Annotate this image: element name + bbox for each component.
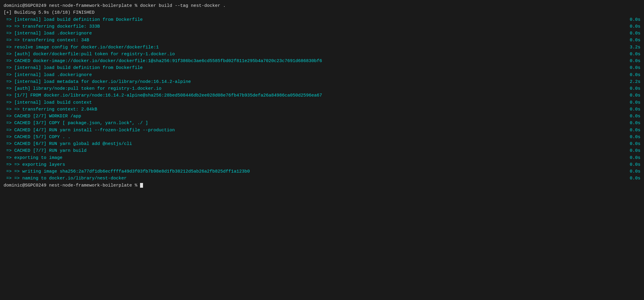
terminal-line: => [internal] load build context0.0s — [4, 99, 640, 106]
line-content: => => transferring context: 2.04kB — [4, 106, 623, 113]
line-content: => CACHED docker-image://docker.io/docke… — [4, 58, 623, 64]
terminal-line: => CACHED [3/7] COPY [ package.json, yar… — [4, 120, 640, 127]
terminal-line: => [internal] load .dockerignore0.0s — [4, 72, 640, 78]
terminal-line: => [internal] load build definition from… — [4, 64, 640, 71]
terminal-line: => [internal] load build definition from… — [4, 16, 640, 23]
terminal-line: => => transferring dockerfile: 333B0.0s — [4, 23, 640, 30]
line-content: => CACHED [7/7] RUN yarn build — [4, 147, 623, 154]
line-timing: 0.0s — [623, 127, 640, 134]
terminal-line: => => naming to docker.io/library/nest-d… — [4, 175, 640, 182]
line-timing: 0.0s — [623, 175, 640, 182]
terminal-line: => exporting to image0.0s — [4, 154, 640, 161]
line-timing: 0.0s — [623, 85, 640, 92]
line-timing: 0.0s — [623, 58, 640, 64]
line-timing: 0.0s — [623, 113, 640, 120]
line-timing: 2.2s — [623, 78, 640, 85]
terminal-line: => => exporting layers0.0s — [4, 161, 640, 168]
terminal-line: => [1/7] FROM docker.io/library/node:16.… — [4, 92, 640, 99]
line-content: => => exporting layers — [4, 161, 623, 168]
line-content: => => naming to docker.io/library/nest-d… — [4, 175, 623, 182]
line-timing: 0.0s — [623, 106, 640, 113]
line-timing: 0.0s — [623, 99, 640, 106]
line-timing: 0.0s — [623, 23, 640, 30]
line-timing: 0.0s — [623, 154, 640, 161]
line-timing: 0.0s — [623, 64, 640, 71]
line-content: => [internal] load build definition from… — [4, 16, 623, 23]
line-timing: 0.0s — [623, 120, 640, 127]
line-timing: 0.0s — [623, 147, 640, 154]
line-content: => CACHED [4/7] RUN yarn install --froze… — [4, 127, 623, 134]
line-timing: 0.0s — [623, 134, 640, 140]
terminal-line: => => writing image sha256:2a77df1db6ecf… — [4, 168, 640, 175]
line-content: => [1/7] FROM docker.io/library/node:16.… — [4, 92, 623, 99]
line-content: dominic@SGPC0249 nest-node-framework-boi… — [4, 2, 640, 9]
terminal-line: => CACHED [4/7] RUN yarn install --froze… — [4, 127, 640, 134]
terminal-line: => [internal] load .dockerignore0.0s — [4, 30, 640, 37]
line-content: => CACHED [3/7] COPY [ package.json, yar… — [4, 120, 623, 127]
terminal-line: => => transferring context: 2.04kB0.0s — [4, 106, 640, 113]
line-timing: 0.0s — [623, 161, 640, 168]
line-content: => => writing image sha256:2a77df1db6ecf… — [4, 168, 623, 175]
cursor — [140, 183, 143, 188]
terminal-line: => CACHED [5/7] COPY . .0.0s — [4, 134, 640, 140]
terminal-line: => CACHED [6/7] RUN yarn global add @nes… — [4, 140, 640, 147]
terminal-line: => [auth] library/node:pull token for re… — [4, 85, 640, 92]
line-timing: 0.0s — [623, 37, 640, 44]
line-timing: 0.0s — [623, 16, 640, 23]
line-content: => CACHED [5/7] COPY . . — [4, 134, 623, 140]
line-content: => [internal] load metadata for docker.i… — [4, 78, 623, 85]
line-content: => [internal] load build context — [4, 99, 623, 106]
line-content: => [auth] docker/dockerfile:pull token f… — [4, 51, 623, 58]
line-content: dominic@SGPC0249 nest-node-framework-boi… — [4, 182, 640, 189]
line-content: => exporting to image — [4, 154, 623, 161]
terminal: dominic@SGPC0249 nest-node-framework-boi… — [0, 0, 644, 300]
line-content: => => transferring dockerfile: 333B — [4, 23, 623, 30]
terminal-line: => => transferring context: 34B0.0s — [4, 37, 640, 44]
line-timing: 0.0s — [623, 92, 640, 99]
terminal-line: => CACHED docker-image://docker.io/docke… — [4, 58, 640, 64]
line-content: => CACHED [2/7] WORKDIR /app — [4, 113, 623, 120]
line-content: => [internal] load build definition from… — [4, 64, 623, 71]
line-content: => [auth] library/node:pull token for re… — [4, 85, 623, 92]
line-timing: 0.0s — [623, 72, 640, 78]
line-timing: 0.0s — [623, 51, 640, 58]
line-content: => [internal] load .dockerignore — [4, 72, 623, 78]
line-content: => CACHED [6/7] RUN yarn global add @nes… — [4, 140, 623, 147]
line-timing: 0.0s — [623, 140, 640, 147]
terminal-line: => resolve image config for docker.io/do… — [4, 44, 640, 51]
line-content: => => transferring context: 34B — [4, 37, 623, 44]
terminal-line: => CACHED [2/7] WORKDIR /app0.0s — [4, 113, 640, 120]
terminal-line: dominic@SGPC0249 nest-node-framework-boi… — [4, 2, 640, 9]
line-timing: 0.0s — [623, 168, 640, 175]
terminal-line: => CACHED [7/7] RUN yarn build0.0s — [4, 147, 640, 154]
line-timing: 0.0s — [623, 30, 640, 37]
terminal-line: dominic@SGPC0249 nest-node-framework-boi… — [4, 182, 640, 189]
line-content: [+] Building 5.9s (18/18) FINISHED — [4, 9, 640, 16]
terminal-line: [+] Building 5.9s (18/18) FINISHED — [4, 9, 640, 16]
line-content: => [internal] load .dockerignore — [4, 30, 623, 37]
line-content: => resolve image config for docker.io/do… — [4, 44, 623, 51]
terminal-line: => [auth] docker/dockerfile:pull token f… — [4, 51, 640, 58]
terminal-line: => [internal] load metadata for docker.i… — [4, 78, 640, 85]
line-timing: 3.2s — [623, 44, 640, 51]
